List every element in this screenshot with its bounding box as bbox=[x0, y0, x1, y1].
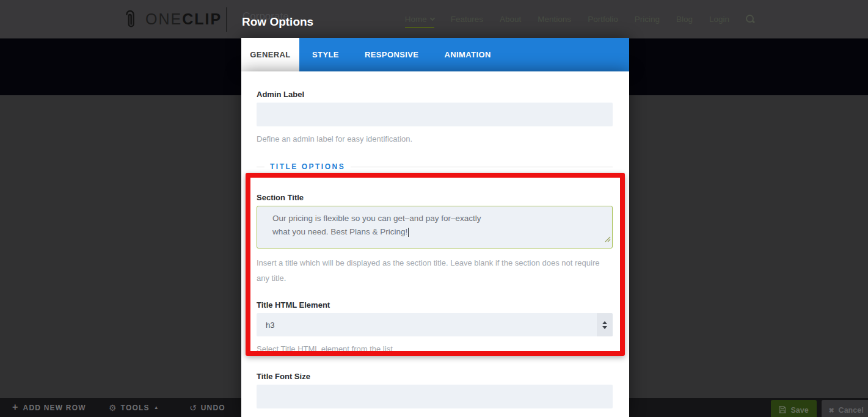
modal-body: Admin Label Define an admin label for ea… bbox=[241, 71, 629, 417]
site-logo[interactable]: ONECLIP bbox=[122, 0, 222, 38]
brand-text-bold: CLIP bbox=[182, 10, 222, 27]
tab-animation[interactable]: ANIMATION bbox=[431, 38, 503, 71]
close-icon: ✖ bbox=[828, 407, 834, 415]
title-options-divider: TITLE OPTIONS bbox=[257, 162, 613, 171]
arrow-down-icon bbox=[602, 326, 607, 329]
title-html-element-select[interactable]: h3 bbox=[257, 313, 613, 336]
arrow-up-icon bbox=[602, 321, 607, 324]
brand-text: ONECLIP bbox=[145, 10, 222, 28]
row-options-modal: Row Options GENERAL STYLE RESPONSIVE ANI… bbox=[241, 0, 629, 417]
modal-tabbar: GENERAL STYLE RESPONSIVE ANIMATION bbox=[241, 38, 629, 71]
modal-title: Row Options bbox=[242, 15, 313, 29]
tab-general[interactable]: GENERAL bbox=[241, 38, 299, 71]
gear-icon: ⚙ bbox=[109, 403, 117, 413]
caret-up-icon: ▲ bbox=[154, 405, 159, 410]
undo-icon: ↺ bbox=[189, 403, 197, 413]
title-html-element-help: Select Title HTML element from the list bbox=[257, 344, 613, 354]
title-options-heading: TITLE OPTIONS bbox=[270, 162, 345, 171]
add-new-row-label: ADD NEW ROW bbox=[23, 404, 86, 412]
divider-line-right bbox=[351, 167, 613, 167]
section-title-label: Section Title bbox=[257, 193, 613, 202]
resize-handle-icon[interactable] bbox=[605, 233, 611, 247]
nav-search[interactable] bbox=[746, 15, 755, 24]
save-label: Save bbox=[790, 406, 808, 415]
floppy-icon bbox=[779, 406, 786, 415]
search-icon bbox=[746, 15, 755, 24]
tab-responsive[interactable]: RESPONSIVE bbox=[352, 38, 432, 71]
nav-item-blog[interactable]: Blog bbox=[676, 15, 693, 24]
screen: ONECLIP Corporate Home Features About Me… bbox=[0, 0, 868, 417]
section-title-textarea[interactable]: Our pricing is flexible so you can get–a… bbox=[257, 206, 613, 248]
paperclip-icon bbox=[122, 8, 138, 31]
undo-label: UNDO bbox=[201, 404, 225, 412]
section-title-line1: Our pricing is flexible so you can get–a… bbox=[272, 212, 597, 225]
add-new-row-button[interactable]: + ADD NEW ROW bbox=[12, 398, 86, 417]
nav-item-pricing[interactable]: Pricing bbox=[635, 15, 660, 24]
tab-style[interactable]: STYLE bbox=[299, 38, 352, 71]
brand-text-light: ONE bbox=[145, 10, 182, 27]
title-font-size-input[interactable] bbox=[257, 385, 613, 408]
undo-button[interactable]: ↺ UNDO bbox=[189, 398, 225, 417]
admin-label-label: Admin Label bbox=[257, 90, 613, 99]
brand-divider bbox=[226, 7, 227, 32]
nav-item-login[interactable]: Login bbox=[709, 15, 729, 24]
title-html-element-label: Title HTML Element bbox=[257, 300, 613, 310]
save-button[interactable]: Save bbox=[771, 400, 817, 417]
plus-icon: + bbox=[12, 402, 19, 413]
admin-label-input[interactable] bbox=[257, 103, 613, 126]
section-title-line2-text: what you need. Best Plans & Pricing! bbox=[272, 227, 407, 236]
select-arrows-icon bbox=[597, 313, 613, 336]
tools-label: TOOLS bbox=[121, 404, 150, 412]
section-title-line2: what you need. Best Plans & Pricing! bbox=[272, 225, 597, 239]
cancel-label: Cancel bbox=[839, 406, 864, 415]
section-title-help: Insert a title which will be displayed a… bbox=[257, 255, 608, 286]
divider-line-left bbox=[257, 167, 264, 167]
text-cursor bbox=[408, 228, 409, 237]
title-html-element-value: h3 bbox=[257, 321, 274, 330]
title-font-size-label: Title Font Size bbox=[257, 372, 613, 381]
admin-label-help: Define an admin label for easy identific… bbox=[257, 134, 613, 143]
tools-button[interactable]: ⚙ TOOLS ▲ bbox=[109, 398, 159, 417]
cancel-button[interactable]: ✖ Cancel bbox=[822, 400, 868, 417]
